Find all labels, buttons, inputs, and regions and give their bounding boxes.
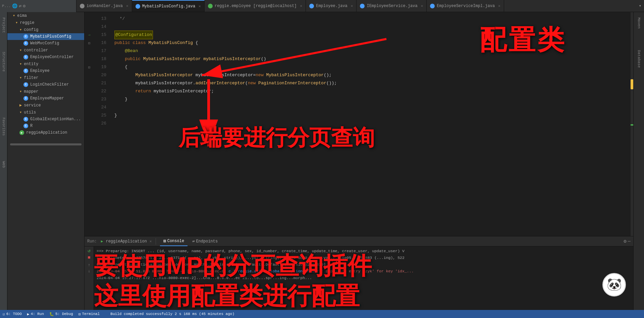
sidebar-label-mapper: mapper bbox=[24, 89, 38, 94]
folder-icon-reggie: ▾ bbox=[15, 20, 18, 25]
sidebar-item-entity[interactable]: ▾ entity bbox=[7, 60, 84, 67]
code-line-15: @Configuration bbox=[114, 31, 633, 39]
sidebar-label-config: config bbox=[24, 28, 38, 32]
bottom-controls: ⚙ — bbox=[624, 238, 631, 244]
maven-label[interactable]: Maven bbox=[636, 15, 642, 31]
sidebar-item-config[interactable]: ▾ config bbox=[7, 26, 84, 33]
tab-reggie-employee[interactable]: reggie.employee [reggie@localhost] ✕ bbox=[205, 0, 306, 12]
tab-close-employee[interactable]: ✕ bbox=[351, 4, 353, 8]
settings-icon[interactable]: ⚙ bbox=[23, 3, 25, 9]
sidebar-item-filter[interactable]: ▾ filter bbox=[7, 74, 84, 81]
code-line-23: } bbox=[114, 95, 633, 103]
annotation-bottom-text2: 这里使用配置类进行配置 bbox=[94, 280, 360, 310]
console-icon: ▤ bbox=[163, 238, 166, 243]
sidebar-item-controller[interactable]: ▾ controller bbox=[7, 47, 84, 54]
sidebar-label-filter: filter bbox=[24, 76, 38, 80]
status-terminal[interactable]: ⊡ Terminal bbox=[78, 312, 100, 316]
gutter-line-18 bbox=[85, 55, 94, 63]
gutter-icons: → ⊟ ⊟ bbox=[85, 12, 94, 236]
structure-vertical-label[interactable]: Structure bbox=[0, 49, 7, 74]
sidebar-item-service[interactable]: ▶ service bbox=[7, 102, 84, 109]
folder-icon-service: ▶ bbox=[19, 103, 22, 108]
tab-close-mybatisplus[interactable]: ✕ bbox=[199, 4, 201, 8]
folder-icon-eima: ▾ bbox=[13, 13, 15, 18]
stop-icon[interactable]: ■ bbox=[88, 255, 90, 260]
project-vertical-label[interactable]: Project bbox=[0, 15, 7, 36]
tab-close-db[interactable]: ✕ bbox=[300, 4, 303, 8]
folder-icon-utils: ▾ bbox=[19, 110, 22, 115]
sidebar-item-utils[interactable]: ▾ utils bbox=[7, 109, 84, 116]
editor-scroll-indicator bbox=[631, 12, 633, 236]
code-line-20: MybatisPlusInterceptor mybatisPlusInterc… bbox=[114, 71, 633, 79]
code-line-22: return mybatisPlusInterceptor; bbox=[114, 87, 633, 95]
bottom-panel: Run: ▶ reggieApplication ✕ ▤ Console ⇌ E… bbox=[85, 236, 633, 310]
sidebar-item-mapper[interactable]: ▾ mapper bbox=[7, 88, 84, 95]
sidebar-label-employee: Employee bbox=[30, 69, 50, 73]
tool-icon1[interactable]: 🌐 bbox=[12, 3, 17, 9]
tab-close-impl[interactable]: ✕ bbox=[498, 4, 500, 8]
sidebar-item-globalexceptionhandler[interactable]: C GlobalExceptionHan... bbox=[7, 116, 84, 123]
tab-overflow-arrow[interactable]: ▾ bbox=[636, 3, 644, 8]
scroll-marker bbox=[631, 124, 633, 126]
sidebar-item-reggie[interactable]: ▾ reggie bbox=[7, 19, 84, 26]
gutter-line-15: → bbox=[85, 31, 94, 39]
scroll-down-icon[interactable]: ↓ bbox=[88, 269, 90, 274]
bottom-tab-endpoints[interactable]: ⇌ Endpoints bbox=[189, 236, 221, 246]
sidebar-label-employeemapper: EmployeeMapper bbox=[30, 96, 64, 101]
sidebar-item-employeemapper[interactable]: I EmployeeMapper bbox=[7, 95, 84, 102]
tab-close-iservice[interactable]: ✕ bbox=[421, 4, 423, 8]
sidebar-label-webmvcconfig: WebMvcConfig bbox=[30, 41, 59, 46]
sidebar-item-webmvcconfig[interactable]: C WebMvcConfig bbox=[7, 40, 84, 47]
settings-icon-bottom[interactable]: ⚙ bbox=[624, 238, 626, 244]
folder-icon-controller: ▾ bbox=[19, 48, 22, 53]
run-label: Run: bbox=[87, 239, 97, 244]
run-close-icon[interactable]: ✕ bbox=[150, 239, 152, 243]
sidebar-label-employeecontroller: EmployeeController bbox=[30, 55, 74, 59]
status-debug[interactable]: 🐛 5: Debug bbox=[49, 312, 73, 316]
bottom-tab-bar: Run: ▶ reggieApplication ✕ ▤ Console ⇌ E… bbox=[85, 236, 633, 246]
folder-icon-mapper: ▾ bbox=[19, 89, 22, 94]
tab-iemployeeservice[interactable]: IEmployeeService.java ✕ bbox=[357, 0, 427, 12]
class-icon-r: C bbox=[23, 124, 28, 128]
tab-employeeserviceimpl[interactable]: EmployeeServiceImpl.java ✕ bbox=[427, 0, 504, 12]
folder-icon-filter: ▾ bbox=[19, 75, 22, 80]
tab-label-mybatisplus: MybatisPlusConfig.java bbox=[142, 4, 195, 9]
code-line-18: public MybatisPlusInterceptor mybatisPlu… bbox=[114, 55, 633, 63]
status-todo[interactable]: ☑ 6: TODO bbox=[3, 312, 22, 316]
sidebar-item-eima[interactable]: ▾ eima bbox=[7, 12, 84, 19]
scroll-up-icon[interactable]: ↑ bbox=[88, 263, 90, 268]
favorites-vertical-label[interactable]: Favorites bbox=[0, 115, 7, 138]
tab-ionhandler[interactable]: ionHandler.java ✕ bbox=[76, 0, 132, 12]
sidebar-label-entity: entity bbox=[24, 62, 38, 66]
web-vertical-label[interactable]: Web bbox=[0, 158, 7, 171]
folder-icon-config: ▾ bbox=[19, 27, 22, 32]
tool-icon2[interactable]: ⇄ bbox=[19, 3, 21, 9]
sidebar-item-reggieapplication[interactable]: ▶ reggieApplication bbox=[7, 129, 84, 136]
sidebar-item-r[interactable]: C R bbox=[7, 123, 84, 129]
sidebar-item-employee[interactable]: C Employee bbox=[7, 67, 84, 74]
restart-icon[interactable]: ↺ bbox=[88, 248, 90, 254]
gutter-line-19: ⊟ bbox=[85, 63, 94, 71]
sidebar-item-employeecontroller[interactable]: C EmployeeController bbox=[7, 54, 84, 60]
tab-label-employee: Employee.java bbox=[316, 4, 347, 8]
sidebar-item-logincheckfilter[interactable]: C LoginCheckFilter bbox=[7, 81, 84, 88]
line-numbers: 13 14 15 16 17 18 19 20 21 22 23 24 25 2… bbox=[94, 12, 109, 236]
database-label[interactable]: Database bbox=[636, 47, 642, 71]
tab-employee[interactable]: Employee.java ✕ bbox=[306, 0, 357, 12]
run-app-name: reggieApplication bbox=[106, 239, 147, 244]
build-message: Build completed successfully 2 s 168 ms … bbox=[110, 312, 234, 316]
gutter-line-17 bbox=[85, 47, 94, 55]
collapse-icon-bottom[interactable]: — bbox=[628, 238, 631, 244]
console-label: Console bbox=[167, 239, 184, 243]
tab-close-ionhandler[interactable]: ✕ bbox=[126, 4, 128, 8]
tab-mybatisplusconfig[interactable]: MybatisPlusConfig.java ✕ bbox=[132, 0, 205, 12]
code-editor[interactable]: → ⊟ ⊟ 13 bbox=[85, 12, 633, 236]
console-log: ==> Preparing: INSERT ... (id, username,… bbox=[94, 246, 633, 310]
class-icon-webmvc: C bbox=[23, 41, 28, 46]
sidebar-item-mybatisplusconfig[interactable]: C MybatisPlusConfig bbox=[7, 33, 84, 40]
sidebar-label-service: service bbox=[24, 103, 41, 108]
sidebar-label-eima: eima bbox=[17, 13, 27, 18]
tab-label-ionhandler: ionHandler.java bbox=[87, 4, 123, 8]
status-run[interactable]: ▶ 4: Run bbox=[27, 312, 44, 316]
bottom-tab-console[interactable]: ▤ Console bbox=[160, 236, 187, 246]
